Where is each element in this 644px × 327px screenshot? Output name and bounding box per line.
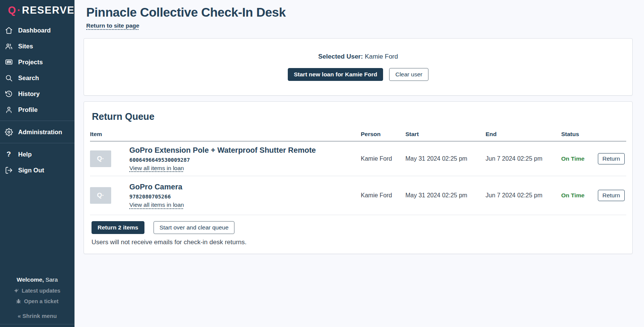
sparkle-icon [14,288,19,293]
column-header-status: Status [561,131,598,138]
sidebar-item-sign-out[interactable]: Sign Out [0,162,74,178]
status-badge: On Time [561,155,598,162]
selected-user-line: Selected User:Kamie Ford [318,53,398,60]
latest-updates-link[interactable]: Latest updates [14,288,60,294]
person-cell: Kamie Ford [361,155,405,162]
sidebar-nav: Dashboard Sites Projects Search History [0,22,74,118]
logo-dot: · [17,5,22,16]
queue-footer-buttons: Return 2 items Start over and clear queu… [92,221,625,234]
action-cell: Return [598,153,626,164]
end-cell: Jun 7 2024 02:25 pm [486,192,561,199]
selected-user-panel: Selected User:Kamie Ford Start new loan … [84,38,633,96]
return-queue-table: Item Person Start End Status Q· GoPro Ex… [84,129,632,215]
table-row: Q· GoPro Extension Pole + Waterproof Shu… [90,141,626,176]
view-all-items-link[interactable]: View all items in loan [129,201,184,208]
sidebar-item-search[interactable]: Search [0,70,74,86]
column-header-item: Item [90,131,361,138]
sidebar: Q·RESERVE Dashboard Sites Projects Searc… [0,0,74,327]
item-info: GoPro Extension Pole + Waterproof Shutte… [129,146,316,172]
sidebar-item-label: Sites [18,43,33,50]
clear-user-button[interactable]: Clear user [389,68,428,81]
question-mark-icon: ? [5,150,13,158]
item-info: GoPro Camera 9782080705266 View all item… [129,183,184,208]
sidebar-item-label: Administration [18,129,62,136]
start-new-loan-button[interactable]: Start new loan for Kamie Ford [288,68,383,81]
sign-out-icon [5,166,13,174]
sidebar-footer: Welcome,Sara Latest updates Open a ticke… [0,276,74,327]
sidebar-item-label: Help [18,151,32,158]
item-thumbnail: Q· [90,187,111,204]
status-badge: On Time [561,192,598,199]
start-cell: May 31 2024 02:25 pm [405,192,486,199]
item-title: GoPro Extension Pole + Waterproof Shutte… [129,146,316,155]
shrink-menu-button[interactable]: « Shrink menu [18,313,57,319]
table-row: Q· GoPro Camera 9782080705266 View all i… [90,176,626,215]
action-cell: Return [598,190,626,201]
sidebar-item-label: Search [18,74,39,82]
item-thumbnail: Q· [90,150,111,167]
selected-user-actions: Start new loan for Kamie Ford Clear user [288,68,428,81]
item-barcode: 6006496649530009287 [129,157,316,163]
return-queue-title: Return Queue [84,102,632,122]
main-content: Pinnacle Collective Check-In Desk Return… [74,0,644,327]
sidebar-item-sites[interactable]: Sites [0,38,74,54]
item-title: GoPro Camera [129,183,184,191]
item-cell: Q· GoPro Camera 9782080705266 View all i… [90,183,361,208]
item-barcode: 9782080705266 [129,194,184,200]
bug-icon [16,299,21,304]
view-all-items-link[interactable]: View all items in loan [129,165,184,172]
sidebar-bottom-divider [0,324,74,327]
home-icon [5,26,13,34]
sidebar-item-label: Projects [18,59,43,66]
start-cell: May 31 2024 02:25 pm [405,155,486,162]
sidebar-divider [0,143,74,143]
sidebar-item-history[interactable]: History [0,86,74,102]
sidebar-divider [0,121,74,121]
end-cell: Jun 7 2024 02:25 pm [486,155,561,162]
selected-user-value: Kamie Ford [365,53,398,60]
sidebar-item-profile[interactable]: Profile [0,102,74,118]
column-header-person: Person [361,131,405,138]
start-over-button[interactable]: Start over and clear queue [154,221,235,234]
sidebar-item-help[interactable]: ? Help [0,146,74,162]
projects-icon [5,58,13,66]
logo-name: RESERVE [22,5,74,16]
return-item-button[interactable]: Return [598,153,625,164]
queue-note: Users will not receive emails for check-… [92,239,625,246]
sidebar-item-projects[interactable]: Projects [0,54,74,70]
sidebar-item-label: History [18,90,40,98]
sidebar-item-label: Dashboard [18,27,51,34]
open-ticket-link[interactable]: Open a ticket [16,298,58,304]
app-logo[interactable]: Q·RESERVE [8,5,74,16]
selected-user-label: Selected User: [318,53,363,60]
return-item-button[interactable]: Return [598,190,625,201]
welcome-text: Welcome,Sara [17,276,58,283]
item-cell: Q· GoPro Extension Pole + Waterproof Shu… [90,146,361,172]
users-icon [5,42,13,50]
person-cell: Kamie Ford [361,192,405,199]
sidebar-item-label: Profile [18,106,37,113]
return-queue-panel: Return Queue Item Person Start End Statu… [84,101,633,254]
gear-icon [5,128,13,136]
return-to-site-link[interactable]: Return to site page [86,22,139,29]
search-icon [5,74,13,82]
page-title: Pinnacle Collective Check-In Desk [86,5,633,20]
sidebar-item-label: Sign Out [18,167,44,174]
column-header-end: End [486,131,561,138]
return-all-items-button[interactable]: Return 2 items [92,221,144,234]
history-icon [5,90,13,98]
profile-icon [5,105,13,114]
logo-q: Q [8,5,17,16]
sidebar-item-administration[interactable]: Administration [0,124,74,140]
column-header-start: Start [405,131,486,138]
sidebar-item-dashboard[interactable]: Dashboard [0,22,74,38]
table-header-row: Item Person Start End Status [90,129,626,141]
queue-footer: Return 2 items Start over and clear queu… [84,215,632,248]
